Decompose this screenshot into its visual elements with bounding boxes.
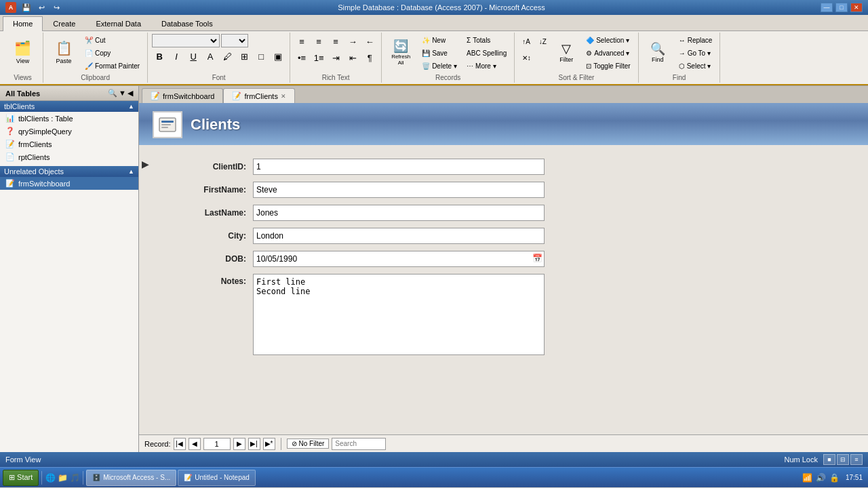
tab-close-icon[interactable]: ✕ <box>281 93 286 100</box>
taskbar-access-item[interactable]: 🗄️ Microsoft Access - S... <box>86 470 176 486</box>
toggle-filter-button[interactable]: ⊡ Toggle Filter <box>583 60 633 72</box>
selection-button[interactable]: 🔷 Selection ▾ <box>583 34 633 46</box>
replace-button[interactable]: ↔ Replace <box>675 34 716 46</box>
city-input[interactable] <box>253 228 545 244</box>
border-button[interactable]: □ <box>254 49 269 64</box>
no-filter-button[interactable]: ⊘ No Filter <box>287 439 330 449</box>
bullet-list-button[interactable]: •≡ <box>294 50 309 65</box>
view-mode-2[interactable]: ⊟ <box>837 454 849 465</box>
first-record-button[interactable]: |◀ <box>174 438 186 450</box>
font-family-select[interactable] <box>152 34 220 47</box>
indent-less-button[interactable]: ← <box>362 34 377 49</box>
underline-button[interactable]: U <box>186 49 201 64</box>
find-button[interactable]: 🔍 Find <box>643 34 673 70</box>
outdent-button[interactable]: ⇤ <box>345 50 360 65</box>
tab-bar: 📝 frmSwitchboard 📝 frmClients ✕ <box>139 86 868 104</box>
indent-more-button[interactable]: → <box>345 34 360 49</box>
taskbar-notepad-item[interactable]: 📝 Untitled - Notepad <box>178 470 256 486</box>
nav-item-query[interactable]: ❓ qrySimpleQuery <box>0 125 138 138</box>
number-list-button[interactable]: 1≡ <box>311 50 326 65</box>
next-record-button[interactable]: ▶ <box>233 438 245 450</box>
nav-search-icon[interactable]: 🔍 <box>108 89 117 98</box>
dob-input[interactable] <box>253 251 545 267</box>
tab-home[interactable]: Home <box>3 16 43 31</box>
remove-sort-button[interactable]: ✕↕ <box>519 50 534 65</box>
notes-textarea[interactable] <box>253 274 545 355</box>
filter-button[interactable]: ▽ Filter <box>553 34 580 70</box>
lastname-input[interactable] <box>253 205 545 221</box>
taskbar-ie-icon[interactable]: 🌐 <box>45 472 56 483</box>
sort-asc-button[interactable]: ↑A <box>519 34 534 49</box>
taskbar-folder-icon[interactable]: 📁 <box>57 472 68 483</box>
lastname-row: LastName: <box>178 205 841 221</box>
nav-item-tblclients-table[interactable]: 📊 tblClients : Table <box>0 112 138 125</box>
italic-button[interactable]: I <box>169 49 184 64</box>
copy-button[interactable]: 📄 Copy <box>81 47 143 59</box>
firstname-input[interactable] <box>253 182 545 198</box>
bold-button[interactable]: B <box>152 49 167 64</box>
view-button[interactable]: 🗂️ View <box>8 34 38 70</box>
search-input[interactable] <box>332 438 386 450</box>
rtf-extra-button[interactable]: ¶ <box>362 50 377 65</box>
delete-button[interactable]: 🗑️ Delete▾ <box>418 60 460 72</box>
new-record-button[interactable]: ✨ New <box>418 34 460 46</box>
maximize-button[interactable]: □ <box>835 3 848 12</box>
advanced-button[interactable]: ⚙ Advanced ▾ <box>583 47 633 59</box>
nav-header: All Tables 🔍 ▼ ◀ <box>0 86 138 101</box>
start-button[interactable]: ⊞ Start <box>3 470 39 486</box>
minimize-button[interactable]: — <box>821 3 833 12</box>
nav-item-frmswitchboard[interactable]: 📝 frmSwitchboard <box>0 177 138 190</box>
refresh-button[interactable]: 🔄 Refresh All <box>386 34 416 70</box>
record-number-input[interactable] <box>203 438 231 450</box>
tab-frmclients[interactable]: 📝 frmClients ✕ <box>223 88 295 103</box>
qa-redo[interactable]: ↪ <box>50 1 62 14</box>
font-color-button[interactable]: A <box>203 49 218 64</box>
nav-chevron-icon[interactable]: ▼ <box>119 89 126 98</box>
tab-frmswitchboard[interactable]: 📝 frmSwitchboard <box>142 88 223 103</box>
last-record-button[interactable]: ▶| <box>248 438 260 450</box>
qa-save[interactable]: 💾 <box>20 1 33 14</box>
system-tray: 📶 🔊 🔒 17:51 <box>802 472 865 483</box>
alt-border-button[interactable]: ▣ <box>271 49 285 64</box>
filter-status-icon: ⊘ <box>292 440 297 447</box>
select-button[interactable]: ⬡ Select ▾ <box>675 60 716 72</box>
font-size-select[interactable] <box>221 34 248 47</box>
dob-picker-icon[interactable]: 📅 <box>531 252 543 264</box>
status-bar: Form View Num Lock ■ ⊟ ≡ <box>0 452 868 467</box>
tab-database-tools[interactable]: Database Tools <box>151 16 223 30</box>
view-mode-1[interactable]: ■ <box>823 454 835 465</box>
view-mode-3[interactable]: ≡ <box>850 454 863 465</box>
align-center-button[interactable]: ≡ <box>311 34 326 49</box>
align-right-button[interactable]: ≡ <box>328 34 343 49</box>
prev-record-button[interactable]: ◀ <box>189 438 201 450</box>
spelling-button[interactable]: ABC Spelling <box>463 47 510 59</box>
totals-button[interactable]: Σ Totals <box>463 34 510 46</box>
totals-icon: Σ <box>467 37 471 44</box>
more-button[interactable]: ⋯ More ▾ <box>463 60 510 72</box>
tab-create[interactable]: Create <box>43 16 85 30</box>
copy-icon: 📄 <box>85 49 93 57</box>
close-button[interactable]: ✕ <box>850 3 863 12</box>
table-icon: 📊 <box>5 114 15 123</box>
form-icon: 📝 <box>5 140 15 148</box>
nav-close-icon[interactable]: ◀ <box>127 89 133 98</box>
nav-item-frmclients[interactable]: 📝 frmClients <box>0 138 138 150</box>
qa-undo[interactable]: ↩ <box>35 1 47 14</box>
paste-button[interactable]: 📋 Paste <box>47 34 80 70</box>
format-painter-button[interactable]: 🖌️ Format Painter <box>81 60 143 72</box>
goto-button[interactable]: → Go To ▾ <box>675 47 716 59</box>
clientid-input[interactable] <box>253 159 545 175</box>
align-left-button[interactable]: ≡ <box>294 34 309 49</box>
nav-item-report[interactable]: 📄 rptClients <box>0 150 138 163</box>
nav-section-tblclients[interactable]: tblClients ▲ <box>0 101 138 112</box>
indent3-button[interactable]: ⇥ <box>328 50 343 65</box>
cut-button[interactable]: ✂️ Cut <box>81 34 143 46</box>
tab-external-data[interactable]: External Data <box>85 16 151 30</box>
highlight-button[interactable]: 🖊 <box>220 49 235 64</box>
taskbar-media-icon[interactable]: 🎵 <box>69 472 80 483</box>
new-empty-record-button[interactable]: ▶* <box>263 438 275 450</box>
save-record-button[interactable]: 💾 Save <box>418 47 460 59</box>
grid-button[interactable]: ⊞ <box>237 49 252 64</box>
sort-desc-button[interactable]: ↓Z <box>535 34 550 49</box>
nav-section-unrelated[interactable]: Unrelated Objects ▲ <box>0 166 138 177</box>
